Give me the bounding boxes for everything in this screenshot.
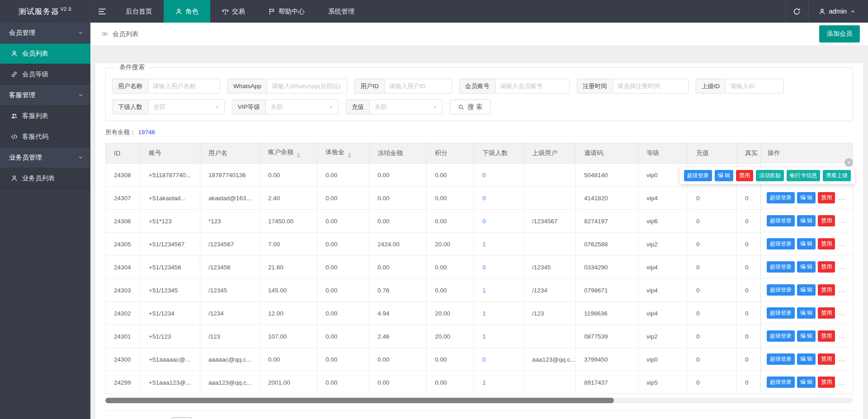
cell-subordinates: 1 [474,233,524,256]
sidebar-group-header[interactable]: 业务员管理 [0,147,90,168]
cell-id: 24299 [106,371,141,394]
column-header: 积分 [427,143,474,164]
subordinates-link[interactable]: 0 [482,195,486,202]
sidebar-item[interactable]: 会员等级 [0,64,90,85]
row-actions: 超级登录编 辑禁用... [761,278,853,301]
edit-button[interactable]: 编 辑 [797,261,816,273]
top-menu-item[interactable]: 系统管理 [316,0,366,23]
sidebar-group-header[interactable]: 客服管理 [0,85,90,106]
edit-button[interactable]: 编 辑 [797,330,816,342]
activity-reward-button[interactable]: 活动奖励 [756,170,784,181]
edit-button[interactable]: 编 辑 [797,284,816,296]
search-input[interactable] [267,79,347,94]
add-member-button[interactable]: 添加会员 [819,25,860,42]
close-icon[interactable]: × [844,158,853,167]
subordinates-link[interactable]: 1 [482,287,486,294]
more-actions-button[interactable]: ... [839,379,845,386]
more-actions-button[interactable]: ... [839,263,845,270]
horizontal-scrollbar[interactable] [105,398,853,403]
user-icon [175,8,182,15]
search-input[interactable] [384,79,452,94]
column-header: 充值 [688,143,737,164]
search-select[interactable]: 全部▼ [148,99,225,114]
disable-button[interactable]: 禁用 [818,261,835,273]
chevron-down-icon: ▼ [215,105,219,109]
disable-button[interactable]: 禁用 [818,192,835,203]
edit-button[interactable]: 编 辑 [797,307,816,319]
cell-invite: 5048140 [576,164,638,187]
super-login-button[interactable]: 超级登录 [767,353,795,365]
super-login-button[interactable]: 超级登录 [767,307,795,319]
top-menu-item[interactable]: 后台首页 [114,0,164,23]
more-actions-button[interactable]: ... [839,286,845,293]
search-select[interactable]: 全部▼ [369,99,443,114]
more-actions-button[interactable]: ... [839,355,845,363]
edit-button[interactable]: 编 辑 [715,170,733,181]
disable-button[interactable]: 禁用 [818,377,835,388]
scrollbar-thumb[interactable] [105,398,614,403]
sort-icon[interactable] [348,153,351,158]
cell-balance: 7.00 [260,233,317,256]
super-login-button[interactable]: 超级登录 [767,215,795,226]
search-field-label: 上级ID [696,79,726,94]
sort-icon[interactable] [297,153,300,158]
bank-card-info-button[interactable]: 银行卡信息 [787,170,820,181]
code-icon [11,133,18,140]
search-field: WhatsApp [227,79,347,94]
more-actions-button[interactable]: ... [839,240,845,247]
super-login-button[interactable]: 超级登录 [767,192,795,203]
more-actions-button[interactable]: ... [839,217,845,224]
user-icon [819,8,826,15]
search-input[interactable] [613,79,689,94]
edit-button[interactable]: 编 辑 [797,238,816,250]
super-login-button[interactable]: 超级登录 [767,238,795,250]
search-input[interactable] [725,79,784,94]
more-actions-button[interactable]: ... [839,309,845,316]
disable-button[interactable]: 禁用 [818,238,835,250]
sidebar-item[interactable]: 业务员列表 [0,168,90,189]
search-select[interactable]: 全部▼ [265,99,339,114]
super-login-button[interactable]: 超级登录 [767,261,795,273]
disable-button[interactable]: 禁用 [818,307,835,319]
top-menu-item[interactable]: 交易 [210,0,257,23]
user-menu[interactable]: admin [809,0,868,23]
disable-button[interactable]: 禁用 [818,215,835,226]
subordinates-link[interactable]: 0 [482,218,486,225]
top-menu-item[interactable]: 帮助中心 [257,0,316,23]
sidebar-group-header[interactable]: 会员管理 [0,23,90,43]
more-actions-button[interactable]: ... [839,332,845,339]
super-login-button[interactable]: 超级登录 [767,284,795,296]
subordinates-link[interactable]: 1 [482,333,486,340]
subordinates-link[interactable]: 0 [482,356,486,363]
disable-button[interactable]: 禁用 [818,284,835,296]
subordinates-link[interactable]: 1 [482,241,486,248]
edit-button[interactable]: 编 辑 [797,377,816,388]
disable-button[interactable]: 禁用 [818,353,835,365]
sidebar-item[interactable]: 会员列表 [0,43,90,64]
sidebar-item[interactable]: 客服代码 [0,127,90,147]
disable-button[interactable]: 禁用 [818,330,835,342]
edit-button[interactable]: 编 辑 [797,353,816,365]
subordinates-link[interactable]: 0 [482,172,486,179]
subordinates-link[interactable]: 1 [482,310,486,317]
subordinates-link[interactable]: 1 [482,379,486,386]
column-header: ID [106,143,141,164]
super-login-button[interactable]: 超级登录 [767,330,795,342]
edit-button[interactable]: 编 辑 [797,192,816,203]
refresh-button[interactable] [785,0,809,23]
page-size-select[interactable]: 20 [172,417,191,419]
super-login-button[interactable]: 超级登录 [684,170,712,181]
search-input[interactable] [148,79,220,94]
search-input[interactable] [495,79,570,94]
search-button[interactable]: 搜 索 [450,99,491,114]
disable-button[interactable]: 禁用 [736,170,753,181]
hamburger-menu-icon[interactable] [90,0,114,23]
sidebar-item[interactable]: 客服列表 [0,106,90,127]
edit-button[interactable]: 编 辑 [797,215,816,226]
view-superior-button[interactable]: 查看上级 [823,170,851,181]
super-login-button[interactable]: 超级登录 [767,377,795,388]
subordinates-link[interactable]: 0 [482,264,486,271]
total-balance-link[interactable]: 19746 [138,129,156,136]
top-menu-item[interactable]: 角色 [164,0,210,23]
more-actions-button[interactable]: ... [839,194,845,201]
